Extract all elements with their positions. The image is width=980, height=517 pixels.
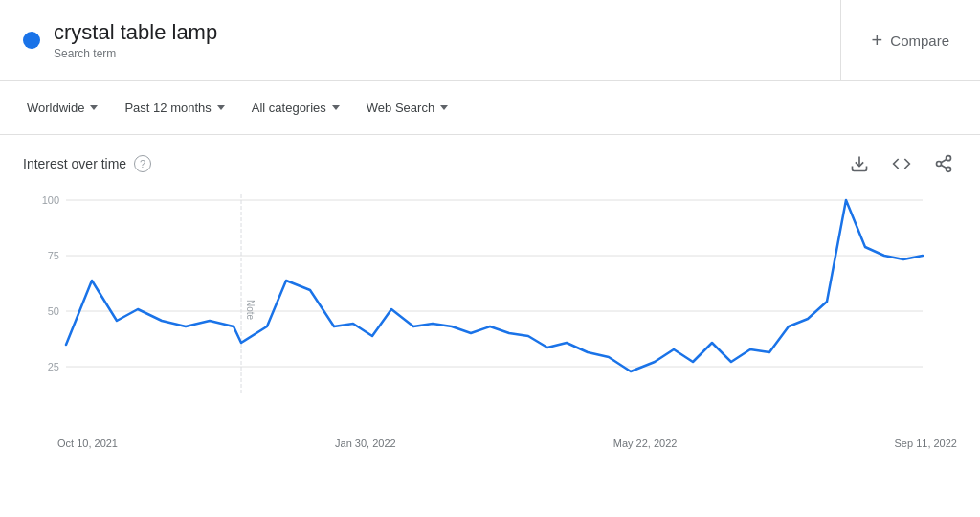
svg-point-2 (937, 162, 942, 167)
chevron-down-icon (332, 105, 340, 110)
x-label-sep: Sep 11, 2022 (895, 438, 957, 449)
chart-title-group: Interest over time ? (23, 155, 151, 172)
compare-label: Compare (890, 33, 949, 49)
svg-line-5 (941, 159, 947, 162)
top-bar: crystal table lamp Search term + Compare (0, 0, 980, 81)
trend-line (66, 200, 923, 371)
filter-searchtype[interactable]: Web Search (355, 95, 459, 121)
embed-button[interactable] (888, 150, 915, 177)
x-label-may: May 22, 2022 (613, 438, 678, 449)
chart-header: Interest over time ? (0, 150, 980, 177)
y-label-25: 25 (48, 361, 59, 372)
y-label-100: 100 (42, 194, 59, 206)
chart-title: Interest over time (23, 156, 126, 171)
search-term-text: crystal table lamp Search term (54, 20, 217, 60)
download-button[interactable] (846, 150, 873, 177)
filter-bar: Worldwide Past 12 months All categories … (0, 81, 980, 135)
filter-searchtype-label: Web Search (367, 101, 434, 115)
search-dot (23, 32, 40, 49)
search-term-section: crystal table lamp Search term (0, 0, 841, 80)
chart-actions (846, 150, 957, 177)
search-term-title: crystal table lamp (54, 20, 217, 45)
chevron-down-icon (440, 105, 448, 110)
filter-timerange-label: Past 12 months (124, 101, 211, 115)
filter-location[interactable]: Worldwide (15, 95, 109, 121)
compare-plus-icon: + (872, 30, 883, 52)
y-label-50: 50 (48, 305, 59, 317)
search-term-subtitle: Search term (54, 47, 217, 60)
compare-section[interactable]: + Compare (841, 0, 980, 80)
share-icon (934, 154, 953, 173)
x-labels: Oct 10, 2021 Jan 30, 2022 May 22, 2022 S… (0, 434, 980, 453)
svg-point-1 (947, 156, 951, 161)
help-icon[interactable]: ? (134, 155, 151, 172)
filter-categories[interactable]: All categories (240, 95, 351, 121)
filter-location-label: Worldwide (27, 101, 84, 115)
code-icon (892, 154, 911, 173)
download-icon (850, 154, 869, 173)
x-label-oct: Oct 10, 2021 (57, 438, 118, 449)
help-icon-label: ? (140, 158, 145, 169)
chevron-down-icon (217, 105, 225, 110)
share-button[interactable] (930, 150, 957, 177)
x-label-jan: Jan 30, 2022 (335, 438, 396, 449)
trend-chart: 100 75 50 25 Note (0, 185, 965, 434)
filter-categories-label: All categories (252, 101, 326, 115)
chart-section: Interest over time ? (0, 135, 980, 468)
y-label-75: 75 (48, 250, 59, 261)
svg-point-3 (947, 167, 951, 171)
note-text: Note (245, 300, 256, 321)
svg-line-4 (941, 165, 947, 168)
chevron-down-icon (90, 105, 98, 110)
filter-timerange[interactable]: Past 12 months (113, 95, 235, 121)
